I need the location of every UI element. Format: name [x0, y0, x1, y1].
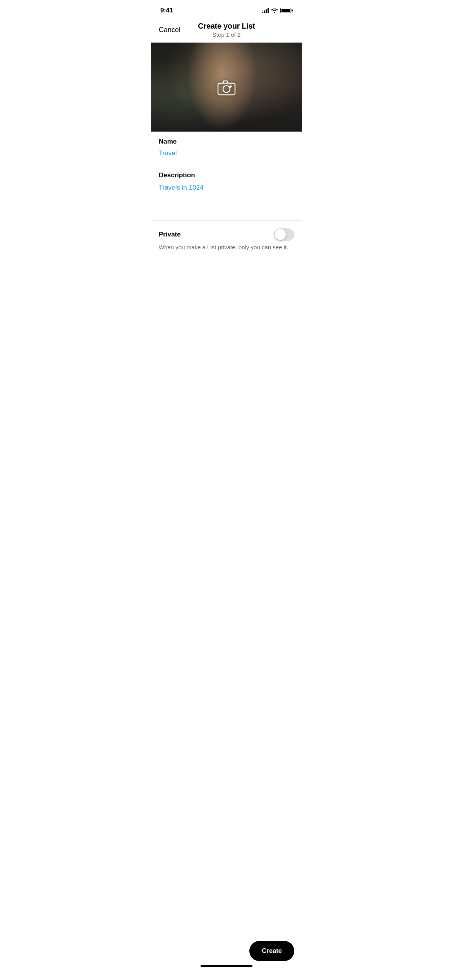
- step-indicator: Step 1 of 2: [198, 31, 255, 38]
- wifi-icon: [271, 8, 278, 13]
- bottom-spacer: [151, 259, 302, 306]
- cancel-button[interactable]: Cancel: [159, 26, 180, 34]
- description-input[interactable]: Travels in 1024: [159, 183, 294, 214]
- private-label: Private: [159, 231, 181, 238]
- battery-icon: [280, 8, 293, 13]
- status-bar: 9:41: [151, 0, 302, 19]
- signal-icon: [262, 8, 269, 13]
- nav-title-area: Create your List Step 1 of 2: [198, 22, 255, 38]
- camera-add-icon: [216, 77, 237, 97]
- page-title: Create your List: [198, 22, 255, 31]
- name-field-group: Name Travel: [151, 132, 302, 165]
- name-label: Name: [159, 138, 294, 146]
- toggle-knob: [275, 229, 286, 240]
- description-label: Description: [159, 171, 294, 179]
- status-time: 9:41: [160, 7, 173, 14]
- private-section: Private When you make a List private, on…: [151, 221, 302, 259]
- svg-point-4: [232, 84, 232, 85]
- camera-overlay[interactable]: [216, 77, 237, 97]
- nav-bar: Cancel Create your List Step 1 of 2: [151, 19, 302, 43]
- private-description: When you make a List private, only you c…: [159, 243, 294, 251]
- form-section: Name Travel Description Travels in 1024 …: [151, 132, 302, 259]
- svg-rect-0: [218, 83, 235, 95]
- banner-image[interactable]: [151, 43, 302, 132]
- description-field-group: Description Travels in 1024: [151, 165, 302, 220]
- private-toggle[interactable]: [274, 228, 294, 241]
- private-row: Private: [159, 228, 294, 241]
- name-input[interactable]: Travel: [159, 149, 294, 159]
- status-icons: [262, 8, 293, 13]
- svg-point-5: [233, 86, 233, 86]
